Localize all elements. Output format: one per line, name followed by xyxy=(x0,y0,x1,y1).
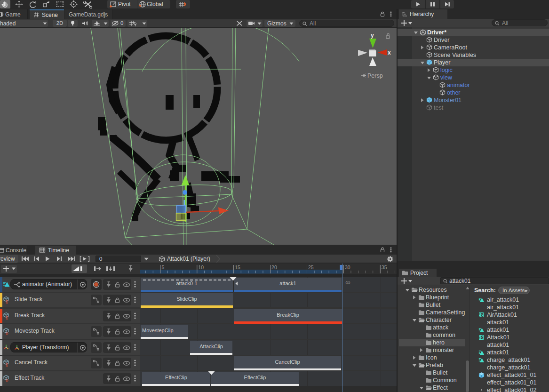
svg-text:10: 10 xyxy=(198,264,204,270)
svg-text:20: 20 xyxy=(271,264,277,270)
svg-text:x: x xyxy=(388,49,391,56)
svg-text:15: 15 xyxy=(235,264,240,270)
svg-text:5: 5 xyxy=(161,264,164,270)
svg-text:35: 35 xyxy=(382,264,387,270)
svg-text:30: 30 xyxy=(345,264,350,270)
svg-text:y: y xyxy=(371,32,374,39)
svg-text:25: 25 xyxy=(308,264,314,270)
svg-text:Persp: Persp xyxy=(367,72,383,79)
